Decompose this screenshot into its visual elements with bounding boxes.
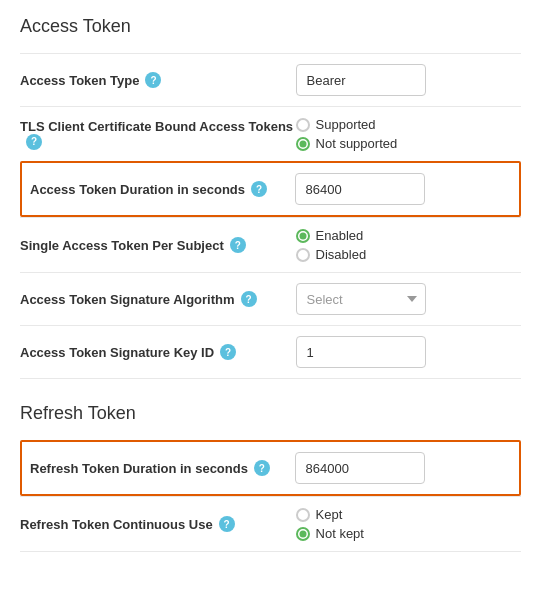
row-signature-algorithm: Access Token Signature Algorithm ? Selec…: [20, 272, 521, 325]
radio-group-single: Enabled Disabled: [296, 228, 521, 262]
value-refresh-token-continuous: Kept Not kept: [296, 507, 521, 541]
radio-label-kept: Kept: [316, 507, 343, 522]
radio-supported[interactable]: Supported: [296, 117, 521, 132]
label-single-access-token: Single Access Token Per Subject ?: [20, 237, 296, 253]
input-signature-key-id[interactable]: [296, 336, 426, 368]
help-icon-refresh-token-duration[interactable]: ?: [254, 460, 270, 476]
value-single-access-token: Enabled Disabled: [296, 228, 521, 262]
label-access-token-type: Access Token Type ?: [20, 72, 296, 88]
radio-label-not-kept: Not kept: [316, 526, 364, 541]
row-tls-client-cert: TLS Client Certificate Bound Access Toke…: [20, 106, 521, 161]
label-access-token-duration: Access Token Duration in seconds ?: [30, 181, 295, 197]
row-refresh-token-duration: Refresh Token Duration in seconds ?: [20, 440, 521, 496]
value-tls-client-cert: Supported Not supported: [296, 117, 521, 151]
input-refresh-token-duration[interactable]: [295, 452, 425, 484]
radio-label-disabled: Disabled: [316, 247, 367, 262]
row-access-token-duration: Access Token Duration in seconds ?: [20, 161, 521, 217]
radio-group-tls: Supported Not supported: [296, 117, 521, 151]
radio-disabled[interactable]: Disabled: [296, 247, 521, 262]
label-refresh-token-continuous: Refresh Token Continuous Use ?: [20, 516, 296, 532]
help-icon-tls-client-cert[interactable]: ?: [26, 134, 42, 150]
help-icon-signature-key-id[interactable]: ?: [220, 344, 236, 360]
value-signature-algorithm: Select: [296, 283, 521, 315]
value-signature-key-id: [296, 336, 521, 368]
value-access-token-duration: [295, 173, 511, 205]
label-tls-client-cert: TLS Client Certificate Bound Access Toke…: [20, 119, 296, 150]
access-token-section: Access Token Access Token Type ? TLS Cli…: [20, 16, 521, 379]
help-icon-single-access-token[interactable]: ?: [230, 237, 246, 253]
radio-circle-disabled: [296, 248, 310, 262]
input-access-token-type[interactable]: [296, 64, 426, 96]
radio-not-supported[interactable]: Not supported: [296, 136, 521, 151]
help-icon-refresh-token-continuous[interactable]: ?: [219, 516, 235, 532]
refresh-token-form: Refresh Token Duration in seconds ? Refr…: [20, 440, 521, 552]
refresh-token-section: Refresh Token Refresh Token Duration in …: [20, 403, 521, 552]
row-signature-key-id: Access Token Signature Key ID ?: [20, 325, 521, 379]
refresh-token-title: Refresh Token: [20, 403, 521, 424]
row-single-access-token: Single Access Token Per Subject ? Enable…: [20, 217, 521, 272]
radio-circle-enabled: [296, 229, 310, 243]
help-icon-signature-algorithm[interactable]: ?: [241, 291, 257, 307]
access-token-title: Access Token: [20, 16, 521, 37]
radio-circle-not-kept: [296, 527, 310, 541]
label-signature-key-id: Access Token Signature Key ID ?: [20, 344, 296, 360]
radio-label-enabled: Enabled: [316, 228, 364, 243]
radio-not-kept[interactable]: Not kept: [296, 526, 521, 541]
radio-circle-kept: [296, 508, 310, 522]
access-token-form: Access Token Type ? TLS Client Certifica…: [20, 53, 521, 379]
help-icon-access-token-type[interactable]: ?: [145, 72, 161, 88]
value-access-token-type: [296, 64, 521, 96]
select-signature-algorithm[interactable]: Select: [296, 283, 426, 315]
label-refresh-token-duration: Refresh Token Duration in seconds ?: [30, 460, 295, 476]
label-signature-algorithm: Access Token Signature Algorithm ?: [20, 291, 296, 307]
row-access-token-type: Access Token Type ?: [20, 53, 521, 106]
input-access-token-duration[interactable]: [295, 173, 425, 205]
radio-label-supported: Supported: [316, 117, 376, 132]
radio-group-continuous: Kept Not kept: [296, 507, 521, 541]
radio-circle-not-supported: [296, 137, 310, 151]
radio-label-not-supported: Not supported: [316, 136, 398, 151]
radio-kept[interactable]: Kept: [296, 507, 521, 522]
help-icon-access-token-duration[interactable]: ?: [251, 181, 267, 197]
radio-circle-supported: [296, 118, 310, 132]
row-refresh-token-continuous: Refresh Token Continuous Use ? Kept Not …: [20, 496, 521, 552]
radio-enabled[interactable]: Enabled: [296, 228, 521, 243]
value-refresh-token-duration: [295, 452, 511, 484]
